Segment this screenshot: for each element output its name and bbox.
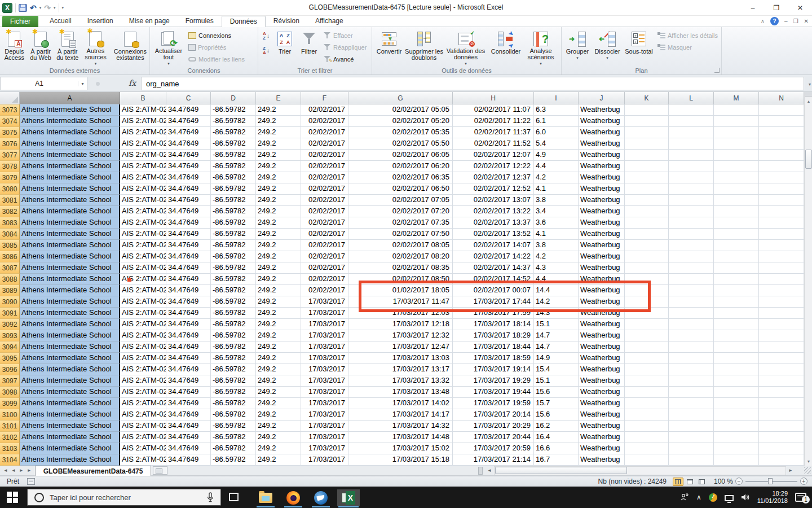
cell-c3094[interactable]: 34.47649 (166, 341, 211, 353)
cell-l3093[interactable] (669, 330, 714, 341)
cell-m3088[interactable] (714, 274, 759, 285)
cell-j3092[interactable]: Weatherbug (579, 319, 625, 330)
cell-l3101[interactable] (669, 421, 714, 432)
cell-b3074[interactable]: AIS 2:ATM-02 (120, 116, 166, 127)
cell-f3092[interactable]: 17/03/2017 (301, 319, 348, 330)
cell-k3100[interactable] (625, 409, 669, 421)
prev-sheet-icon[interactable]: ◄ (11, 468, 16, 473)
cell-d3094[interactable]: -86.59782 (211, 341, 256, 353)
cell-c3098[interactable]: 34.47649 (166, 387, 211, 398)
cell-h3093[interactable]: 17/03/2017 18:29 (453, 330, 534, 341)
cell-c3102[interactable]: 34.47649 (166, 432, 211, 443)
row-header-3074[interactable]: 3074 (0, 116, 20, 127)
cell-m3103[interactable] (714, 443, 759, 454)
cell-d3096[interactable]: -86.59782 (211, 364, 256, 375)
cell-i3095[interactable]: 14.9 (534, 353, 579, 364)
cell-a3081[interactable]: Athens Intermediate School (20, 195, 120, 206)
cell-f3077[interactable]: 02/02/2017 (301, 150, 348, 161)
cell-i3103[interactable]: 16.6 (534, 443, 579, 454)
cell-a3101[interactable]: Athens Intermediate School (20, 421, 120, 432)
cell-a3100[interactable]: Athens Intermediate School (20, 409, 120, 421)
expand-formula-bar-icon[interactable]: ▾ (809, 82, 811, 87)
cell-h3097[interactable]: 17/03/2017 19:29 (453, 375, 534, 387)
antivirus-icon[interactable] (709, 493, 717, 502)
cell-k3081[interactable] (625, 195, 669, 206)
cell-m3086[interactable] (714, 251, 759, 262)
cell-a3085[interactable]: Athens Intermediate School (20, 240, 120, 251)
tab-affichage[interactable]: Affichage (307, 16, 351, 27)
cell-i3076[interactable]: 5.4 (534, 138, 579, 150)
cell-b3097[interactable]: AIS 2:ATM-02 (120, 375, 166, 387)
cell-g3082[interactable]: 02/02/2017 07:20 (348, 206, 453, 217)
cell-j3085[interactable]: Weatherbug (579, 240, 625, 251)
cell-j3075[interactable]: Weatherbug (579, 127, 625, 138)
cell-d3093[interactable]: -86.59782 (211, 330, 256, 341)
column-header-c[interactable]: C (166, 92, 211, 104)
cell-j3074[interactable]: Weatherbug (579, 116, 625, 127)
cell-k3087[interactable] (625, 262, 669, 274)
clock[interactable]: 18:29 11/01/2018 (757, 490, 788, 505)
cell-n3101[interactable] (759, 421, 804, 432)
cell-d3078[interactable]: -86.59782 (211, 161, 256, 172)
cell-k3082[interactable] (625, 206, 669, 217)
cell-b3093[interactable]: AIS 2:ATM-02 (120, 330, 166, 341)
cell-n3083[interactable] (759, 217, 804, 229)
cell-c3087[interactable]: 34.47649 (166, 262, 211, 274)
cell-m3094[interactable] (714, 341, 759, 353)
vertical-scroll-thumb[interactable] (805, 150, 812, 169)
taskbar-file-explorer[interactable] (254, 489, 277, 506)
column-header-e[interactable]: E (256, 92, 301, 104)
cell-a3089[interactable]: Athens Intermediate School (20, 285, 120, 296)
cell-j3101[interactable]: Weatherbug (579, 421, 625, 432)
cell-d3101[interactable]: -86.59782 (211, 421, 256, 432)
cell-e3076[interactable]: 249.2 (256, 138, 301, 150)
row-header-3076[interactable]: 3076 (0, 138, 20, 150)
cell-f3094[interactable]: 17/03/2017 (301, 341, 348, 353)
vertical-scrollbar[interactable]: ▲ ▼ (804, 92, 812, 466)
zoom-level[interactable]: 100 % (714, 478, 733, 485)
tab-mise-en-page[interactable]: Mise en page (121, 16, 178, 27)
row-header-3073[interactable]: 3073 (0, 104, 20, 116)
cell-l3099[interactable] (669, 398, 714, 409)
cell-c3082[interactable]: 34.47649 (166, 206, 211, 217)
cell-g3094[interactable]: 17/03/2017 12:47 (348, 341, 453, 353)
edit-links-button[interactable]: Modifier les liens (188, 54, 245, 64)
cell-m3080[interactable] (714, 183, 759, 195)
zoom-thumb[interactable] (768, 478, 773, 484)
cell-f3088[interactable]: 02/02/2017 (301, 274, 348, 285)
cell-g3077[interactable]: 02/02/2017 06:05 (348, 150, 453, 161)
column-header-g[interactable]: G (348, 92, 453, 104)
cell-b3076[interactable]: AIS 2:ATM-02 (120, 138, 166, 150)
cell-b3083[interactable]: AIS 2:ATM-02 (120, 217, 166, 229)
cell-n3080[interactable] (759, 183, 804, 195)
cell-e3093[interactable]: 249.2 (256, 330, 301, 341)
cell-l3080[interactable] (669, 183, 714, 195)
cell-n3087[interactable] (759, 262, 804, 274)
zoom-in-icon[interactable]: + (800, 478, 807, 485)
existing-connections-button[interactable]: Connexions existantes (112, 28, 148, 67)
cell-a3092[interactable]: Athens Intermediate School (20, 319, 120, 330)
cell-m3102[interactable] (714, 432, 759, 443)
cell-e3082[interactable]: 249.2 (256, 206, 301, 217)
cell-n3076[interactable] (759, 138, 804, 150)
cell-e3095[interactable]: 249.2 (256, 353, 301, 364)
restore-button[interactable]: ❐ (765, 0, 788, 16)
cell-e3077[interactable]: 249.2 (256, 150, 301, 161)
cell-j3087[interactable]: Weatherbug (579, 262, 625, 274)
cell-i3078[interactable]: 4.4 (534, 161, 579, 172)
cell-k3102[interactable] (625, 432, 669, 443)
cell-b3100[interactable]: AIS 2:ATM-02 (120, 409, 166, 421)
cell-g3096[interactable]: 17/03/2017 13:17 (348, 364, 453, 375)
cell-c3074[interactable]: 34.47649 (166, 116, 211, 127)
cell-f3082[interactable]: 02/02/2017 (301, 206, 348, 217)
cell-n3079[interactable] (759, 172, 804, 183)
cell-e3087[interactable]: 249.2 (256, 262, 301, 274)
cell-f3101[interactable]: 17/03/2017 (301, 421, 348, 432)
cell-i3099[interactable]: 15.7 (534, 398, 579, 409)
collapse-ribbon-icon[interactable]: ∧ (761, 18, 765, 24)
remove-duplicates-button[interactable]: → Supprimer les doublons (405, 28, 443, 67)
cell-e3098[interactable]: 249.2 (256, 387, 301, 398)
cell-d3082[interactable]: -86.59782 (211, 206, 256, 217)
cell-l3103[interactable] (669, 443, 714, 454)
cell-e3097[interactable]: 249.2 (256, 375, 301, 387)
